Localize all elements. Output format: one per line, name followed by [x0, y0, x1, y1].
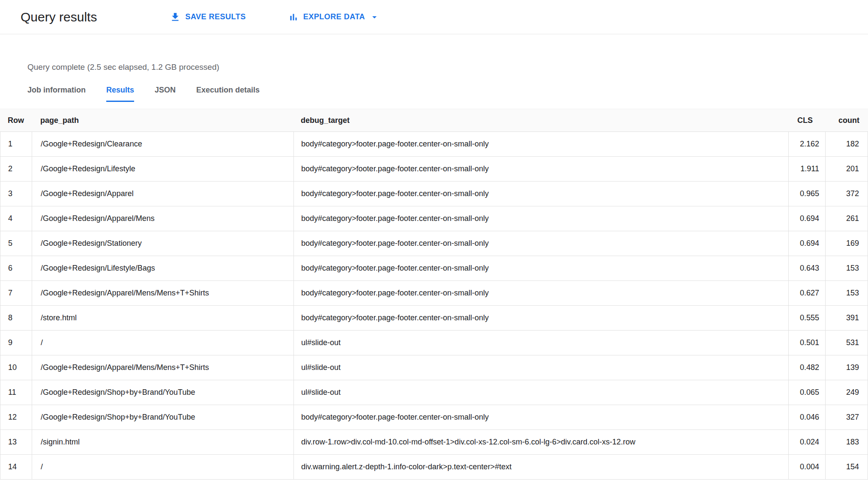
cell-debug-target: ul#slide-out	[294, 380, 789, 405]
tab-bar: Job information Results JSON Execution d…	[27, 86, 868, 102]
cell-row-number: 11	[0, 380, 32, 405]
table-row: 11 /Google+Redesign/Shop+by+Brand/YouTub…	[0, 380, 868, 405]
table-row: 14 / div.warning.alert.z-depth-1.info-co…	[0, 455, 868, 480]
cell-debug-target: ul#slide-out	[294, 331, 789, 355]
bar-chart-icon	[288, 12, 299, 23]
table-row: 13 /signin.html div.row-1.row>div.col-md…	[0, 430, 868, 455]
cell-count: 249	[826, 380, 868, 405]
cell-debug-target: body#category>footer.page-footer.center-…	[294, 231, 789, 256]
table-row: 10 /Google+Redesign/Apparel/Mens/Mens+T+…	[0, 355, 868, 380]
table-row: 2 /Google+Redesign/Lifestyle body#catego…	[0, 157, 868, 182]
cell-row-number: 14	[0, 455, 32, 479]
table-row: 1 /Google+Redesign/Clearance body#catego…	[0, 132, 868, 157]
cell-row-number: 6	[0, 256, 32, 280]
cell-page-path: /signin.html	[32, 430, 294, 454]
cell-count: 154	[826, 455, 868, 479]
table-row: 3 /Google+Redesign/Apparel body#category…	[0, 182, 868, 206]
save-results-label: SAVE RESULTS	[185, 12, 245, 21]
cell-cls: 0.643	[789, 256, 826, 280]
cell-page-path: /Google+Redesign/Apparel/Mens/Mens+T+Shi…	[32, 281, 294, 305]
tab-json[interactable]: JSON	[155, 86, 176, 102]
cell-debug-target: body#category>footer.page-footer.center-…	[294, 306, 789, 330]
page-title: Query results	[21, 10, 97, 24]
cell-cls: 0.046	[789, 405, 826, 429]
cell-row-number: 5	[0, 231, 32, 256]
cell-row-number: 8	[0, 306, 32, 330]
cell-row-number: 2	[0, 157, 32, 181]
cell-count: 153	[826, 281, 868, 305]
save-results-button[interactable]: SAVE RESULTS	[165, 8, 250, 26]
cell-page-path: /Google+Redesign/Apparel/Mens	[32, 206, 294, 231]
tab-job-information[interactable]: Job information	[27, 86, 86, 102]
cell-debug-target: body#category>footer.page-footer.center-…	[294, 206, 789, 231]
cell-cls: 2.162	[789, 132, 826, 156]
cell-cls: 0.065	[789, 380, 826, 405]
cell-debug-target: body#category>footer.page-footer.center-…	[294, 157, 789, 181]
dropdown-arrow-icon	[369, 12, 380, 22]
cell-count: 183	[826, 430, 868, 454]
cell-page-path: /Google+Redesign/Shop+by+Brand/YouTube	[32, 380, 294, 405]
cell-row-number: 1	[0, 132, 32, 156]
cell-page-path: /	[32, 455, 294, 479]
cell-debug-target: body#category>footer.page-footer.center-…	[294, 182, 789, 206]
topbar: Query results SAVE RESULTS EXPLORE DATA	[0, 0, 868, 34]
cell-count: 153	[826, 256, 868, 280]
cell-row-number: 13	[0, 430, 32, 454]
cell-page-path: /Google+Redesign/Lifestyle/Bags	[32, 256, 294, 280]
cell-cls: 0.627	[789, 281, 826, 305]
cell-row-number: 7	[0, 281, 32, 305]
table-row: 9 / ul#slide-out 0.501 531	[0, 331, 868, 355]
table-row: 6 /Google+Redesign/Lifestyle/Bags body#c…	[0, 256, 868, 281]
cell-row-number: 12	[0, 405, 32, 429]
cell-debug-target: ul#slide-out	[294, 355, 789, 380]
tab-execution-details[interactable]: Execution details	[196, 86, 260, 102]
column-header-page-path: page_path	[32, 109, 293, 131]
cell-cls: 0.694	[789, 231, 826, 256]
cell-debug-target: body#category>footer.page-footer.center-…	[294, 132, 789, 156]
cell-debug-target: div.warning.alert.z-depth-1.info-color-d…	[294, 455, 789, 479]
explore-data-button[interactable]: EXPLORE DATA	[284, 8, 384, 26]
column-header-count: count	[826, 109, 868, 131]
table-header-row: Row page_path debug_target CLS count	[0, 109, 868, 132]
column-header-cls: CLS	[789, 109, 826, 131]
cell-cls: 0.004	[789, 455, 826, 479]
cell-cls: 0.694	[789, 206, 826, 231]
table-row: 5 /Google+Redesign/Stationery body#categ…	[0, 231, 868, 256]
table-body: 1 /Google+Redesign/Clearance body#catego…	[0, 132, 868, 480]
column-header-debug-target: debug_target	[293, 109, 789, 131]
cell-count: 201	[826, 157, 868, 181]
query-status: Query complete (2.5 sec elapsed, 1.2 GB …	[27, 62, 868, 73]
cell-cls: 0.024	[789, 430, 826, 454]
cell-count: 372	[826, 182, 868, 206]
table-row: 12 /Google+Redesign/Shop+by+Brand/YouTub…	[0, 405, 868, 430]
download-icon	[170, 12, 181, 23]
table-row: 4 /Google+Redesign/Apparel/Mens body#cat…	[0, 206, 868, 231]
cell-page-path: /Google+Redesign/Apparel	[32, 182, 294, 206]
cell-page-path: /store.html	[32, 306, 294, 330]
table-row: 7 /Google+Redesign/Apparel/Mens/Mens+T+S…	[0, 281, 868, 306]
cell-row-number: 10	[0, 355, 32, 380]
cell-debug-target: body#category>footer.page-footer.center-…	[294, 256, 789, 280]
cell-debug-target: body#category>footer.page-footer.center-…	[294, 405, 789, 429]
cell-cls: 1.911	[789, 157, 826, 181]
cell-count: 182	[826, 132, 868, 156]
table-row: 8 /store.html body#category>footer.page-…	[0, 306, 868, 331]
cell-page-path: /Google+Redesign/Shop+by+Brand/YouTube	[32, 405, 294, 429]
cell-row-number: 9	[0, 331, 32, 355]
cell-count: 531	[826, 331, 868, 355]
cell-cls: 0.501	[789, 331, 826, 355]
cell-page-path: /Google+Redesign/Stationery	[32, 231, 294, 256]
cell-cls: 0.482	[789, 355, 826, 380]
column-header-row: Row	[0, 109, 32, 131]
cell-debug-target: body#category>footer.page-footer.center-…	[294, 281, 789, 305]
cell-page-path: /Google+Redesign/Lifestyle	[32, 157, 294, 181]
cell-count: 169	[826, 231, 868, 256]
results-table: Row page_path debug_target CLS count 1 /…	[0, 109, 868, 480]
cell-page-path: /	[32, 331, 294, 355]
tab-results[interactable]: Results	[106, 86, 134, 102]
cell-count: 327	[826, 405, 868, 429]
explore-data-label: EXPLORE DATA	[303, 12, 365, 21]
cell-count: 139	[826, 355, 868, 380]
query-results-panel: Query results SAVE RESULTS EXPLORE DATA …	[0, 0, 868, 480]
cell-page-path: /Google+Redesign/Apparel/Mens/Mens+T+Shi…	[32, 355, 294, 380]
